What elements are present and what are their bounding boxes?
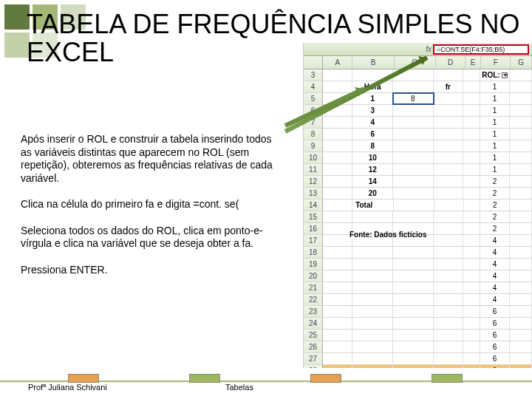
cell[interactable]: [434, 330, 463, 341]
cell[interactable]: [434, 270, 463, 282]
cell[interactable]: [510, 282, 532, 293]
cell[interactable]: [510, 294, 532, 305]
row-header[interactable]: 17: [304, 235, 323, 246]
cell[interactable]: 1: [352, 93, 393, 104]
cell[interactable]: [434, 282, 463, 293]
cell[interactable]: [464, 200, 481, 211]
cell[interactable]: [463, 270, 480, 282]
cell[interactable]: [434, 93, 463, 104]
cell[interactable]: 14: [352, 176, 393, 187]
cell[interactable]: [510, 200, 532, 211]
cell[interactable]: 4: [480, 247, 510, 258]
cell[interactable]: [393, 69, 434, 81]
cell[interactable]: 6: [480, 306, 510, 317]
cell[interactable]: [463, 341, 480, 352]
cell[interactable]: 2: [480, 200, 510, 211]
cell[interactable]: [434, 105, 463, 116]
cell[interactable]: [463, 152, 480, 163]
cell[interactable]: [463, 211, 480, 222]
cell[interactable]: [352, 259, 393, 270]
cell[interactable]: [463, 188, 480, 199]
cell[interactable]: fr: [434, 81, 463, 92]
cell[interactable]: [510, 152, 532, 163]
cell[interactable]: [463, 247, 480, 258]
cell[interactable]: [463, 176, 480, 187]
cell[interactable]: [434, 69, 463, 81]
cell[interactable]: 6: [352, 129, 393, 140]
cell[interactable]: 20: [352, 188, 393, 199]
cell[interactable]: [463, 330, 480, 341]
cell[interactable]: [323, 330, 352, 341]
row-header[interactable]: 13: [304, 188, 323, 199]
row-header[interactable]: 6: [304, 105, 323, 116]
cell[interactable]: [510, 247, 532, 258]
row-header[interactable]: 20: [304, 270, 323, 282]
cell[interactable]: 10: [352, 152, 393, 163]
cell[interactable]: [463, 223, 480, 234]
row-header[interactable]: 10: [304, 152, 323, 163]
cell[interactable]: [323, 117, 352, 128]
cell[interactable]: 2: [480, 188, 510, 199]
cell[interactable]: Hora: [352, 81, 393, 92]
cell[interactable]: [394, 200, 434, 211]
cell[interactable]: [434, 152, 463, 163]
cell[interactable]: [323, 318, 352, 329]
cell[interactable]: [463, 235, 480, 246]
cell[interactable]: [393, 117, 434, 128]
cell[interactable]: [323, 294, 352, 305]
filter-dropdown-icon[interactable]: [502, 72, 508, 78]
cell[interactable]: [323, 93, 352, 104]
cell[interactable]: [352, 270, 393, 282]
cell[interactable]: [352, 69, 393, 81]
cell[interactable]: [323, 235, 352, 246]
cell[interactable]: [323, 152, 352, 163]
cell[interactable]: [323, 69, 352, 81]
cell[interactable]: [434, 164, 463, 175]
cell[interactable]: ROL:: [480, 69, 510, 81]
cell[interactable]: 6: [480, 318, 510, 329]
cell[interactable]: [434, 294, 463, 305]
cell[interactable]: 1: [480, 152, 510, 163]
cell[interactable]: [510, 93, 532, 104]
cell[interactable]: [463, 318, 480, 329]
cell[interactable]: 1: [480, 129, 510, 140]
cell[interactable]: [352, 282, 393, 293]
cell[interactable]: [463, 140, 480, 151]
cell[interactable]: [463, 365, 480, 368]
cell[interactable]: [352, 306, 393, 317]
row-header[interactable]: 26: [304, 341, 323, 352]
cell[interactable]: [393, 282, 434, 293]
cell[interactable]: [510, 259, 532, 270]
cell[interactable]: [510, 176, 532, 187]
cell[interactable]: [393, 140, 434, 151]
cell[interactable]: [323, 282, 352, 293]
cell[interactable]: [393, 152, 434, 163]
cell[interactable]: [323, 353, 352, 364]
cell[interactable]: [434, 223, 463, 234]
row-header[interactable]: 27: [304, 353, 323, 364]
cell[interactable]: [352, 341, 393, 352]
cell[interactable]: [393, 318, 434, 329]
row-header[interactable]: 9: [304, 140, 323, 151]
row-header[interactable]: 16: [304, 223, 323, 234]
cell[interactable]: [510, 353, 532, 364]
cell[interactable]: [393, 294, 434, 305]
cell[interactable]: 4: [352, 117, 393, 128]
cell[interactable]: [393, 306, 434, 317]
cell[interactable]: [393, 188, 434, 199]
cell[interactable]: [323, 270, 352, 282]
cell[interactable]: [352, 365, 393, 368]
cell[interactable]: [434, 306, 463, 317]
cell[interactable]: 1: [480, 117, 510, 128]
cell[interactable]: 4: [480, 294, 510, 305]
cell[interactable]: [434, 211, 463, 222]
cell[interactable]: [323, 306, 352, 317]
cell[interactable]: [510, 140, 532, 151]
cell[interactable]: 6: [480, 341, 510, 352]
row-header[interactable]: 25: [304, 330, 323, 341]
row-header[interactable]: 3: [304, 69, 323, 81]
row-header[interactable]: 5: [304, 93, 323, 104]
cell[interactable]: [352, 353, 393, 364]
cell[interactable]: [463, 69, 480, 81]
row-header[interactable]: 22: [304, 294, 323, 305]
